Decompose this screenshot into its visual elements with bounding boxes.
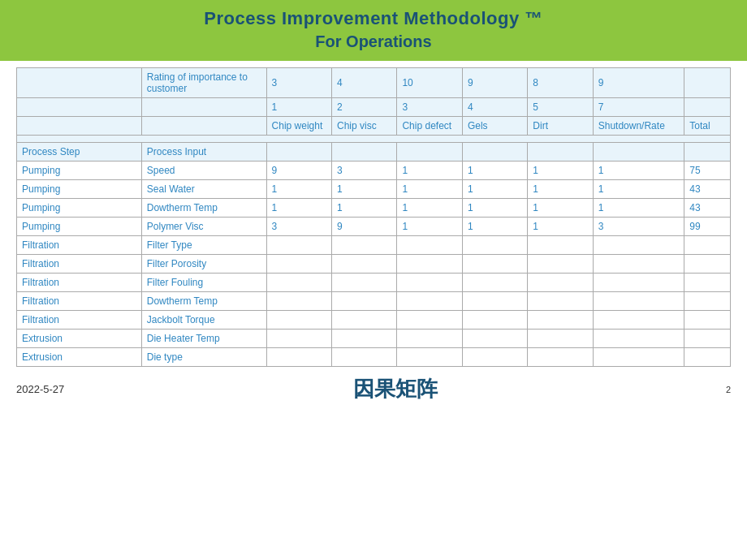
- value-cell: [397, 292, 462, 311]
- value-cell: 3: [593, 218, 684, 236]
- table-row: FiltrationJackbolt Torque: [17, 311, 731, 330]
- importance-val-6: 9: [593, 68, 684, 98]
- value-cell: [332, 348, 397, 367]
- table-row: PumpingSpeed93111175: [17, 162, 731, 180]
- value-cell: 1: [528, 180, 593, 199]
- value-cell: [397, 311, 462, 330]
- value-cell: [266, 255, 331, 274]
- total-cell: [684, 348, 731, 367]
- table-row: ExtrusionDie type: [17, 348, 731, 367]
- total-cell: 43: [684, 180, 731, 199]
- footer-chinese: 因果矩阵: [353, 375, 438, 403]
- value-cell: 1: [397, 199, 462, 218]
- value-cell: [266, 236, 331, 255]
- value-cell: [332, 274, 397, 292]
- value-cell: [593, 255, 684, 274]
- value-cell: [332, 311, 397, 330]
- value-cell: [593, 330, 684, 348]
- importance-val-3: 10: [397, 68, 462, 98]
- value-cell: 1: [397, 162, 462, 180]
- value-cell: 1: [593, 162, 684, 180]
- value-cell: [397, 255, 462, 274]
- input-cell: Filter Fouling: [141, 274, 266, 292]
- importance-val-4: 9: [462, 68, 527, 98]
- rank-empty-1: [17, 98, 142, 117]
- spacer-cell: [17, 136, 731, 143]
- total-cell: 75: [684, 162, 731, 180]
- label-empty-1: [17, 68, 142, 98]
- col-header-chip-weight: Chip weight: [266, 117, 331, 136]
- value-cell: [593, 274, 684, 292]
- value-cell: [332, 292, 397, 311]
- importance-row: Rating of importance to customer 3 4 10 …: [17, 68, 731, 98]
- total-cell: [684, 330, 731, 348]
- ph-empty-1: [266, 143, 331, 162]
- process-cell: Filtration: [17, 311, 142, 330]
- rank-val-3: 3: [397, 98, 462, 117]
- importance-val-2: 4: [332, 68, 397, 98]
- footer-page-number: 2: [726, 385, 731, 394]
- main-content: Rating of importance to customer 3 4 10 …: [0, 61, 747, 370]
- total-cell: [684, 255, 731, 274]
- process-header-row: Process Step Process Input: [17, 143, 731, 162]
- total-cell: 99: [684, 218, 731, 236]
- value-cell: [462, 348, 527, 367]
- value-cell: 1: [266, 180, 331, 199]
- rank-val-7: [684, 98, 731, 117]
- table-row: FiltrationFilter Porosity: [17, 255, 731, 274]
- importance-val-5: 8: [528, 68, 593, 98]
- value-cell: 1: [528, 162, 593, 180]
- table-row: FiltrationDowtherm Temp: [17, 292, 731, 311]
- value-cell: 9: [332, 218, 397, 236]
- value-cell: [462, 236, 527, 255]
- rank-val-4: 4: [462, 98, 527, 117]
- process-cell: Extrusion: [17, 348, 142, 367]
- process-cell: Pumping: [17, 180, 142, 199]
- rank-val-2: 2: [332, 98, 397, 117]
- input-cell: Dowtherm Temp: [141, 199, 266, 218]
- value-cell: [266, 348, 331, 367]
- value-cell: [528, 311, 593, 330]
- rank-row: 1 2 3 4 5 7: [17, 98, 731, 117]
- process-step-header: Process Step: [17, 143, 142, 162]
- col-headers-row: Chip weight Chip visc Chip defect Gels D…: [17, 117, 731, 136]
- total-cell: [684, 236, 731, 255]
- value-cell: [462, 311, 527, 330]
- input-cell: Die Heater Temp: [141, 330, 266, 348]
- value-cell: [462, 255, 527, 274]
- total-cell: [684, 292, 731, 311]
- value-cell: [462, 292, 527, 311]
- importance-val-7: [684, 68, 731, 98]
- process-cell: Filtration: [17, 292, 142, 311]
- ph-empty-7: [684, 143, 731, 162]
- value-cell: [593, 348, 684, 367]
- value-cell: 1: [462, 162, 527, 180]
- footer-date: 2022-5-27: [16, 383, 64, 395]
- value-cell: [397, 274, 462, 292]
- value-cell: [462, 274, 527, 292]
- input-cell: Filter Porosity: [141, 255, 266, 274]
- value-cell: [593, 311, 684, 330]
- value-cell: [593, 292, 684, 311]
- value-cell: [266, 330, 331, 348]
- input-cell: Dowtherm Temp: [141, 292, 266, 311]
- ph-empty-4: [462, 143, 527, 162]
- col-header-chip-visc: Chip visc: [332, 117, 397, 136]
- value-cell: 1: [397, 180, 462, 199]
- data-rows: PumpingSpeed93111175PumpingSeal Water111…: [17, 162, 731, 367]
- process-input-header: Process Input: [141, 143, 266, 162]
- importance-label: Rating of importance to customer: [141, 68, 266, 98]
- input-cell: Filter Type: [141, 236, 266, 255]
- table-row: PumpingDowtherm Temp11111143: [17, 199, 731, 218]
- value-cell: 3: [266, 218, 331, 236]
- total-cell: 43: [684, 199, 731, 218]
- value-cell: [266, 311, 331, 330]
- value-cell: 1: [266, 199, 331, 218]
- value-cell: 1: [528, 218, 593, 236]
- value-cell: 1: [462, 218, 527, 236]
- page-title2: For Operations: [0, 32, 747, 51]
- value-cell: [266, 274, 331, 292]
- rank-val-1: 1: [266, 98, 331, 117]
- col-header-dirt: Dirt: [528, 117, 593, 136]
- value-cell: [528, 330, 593, 348]
